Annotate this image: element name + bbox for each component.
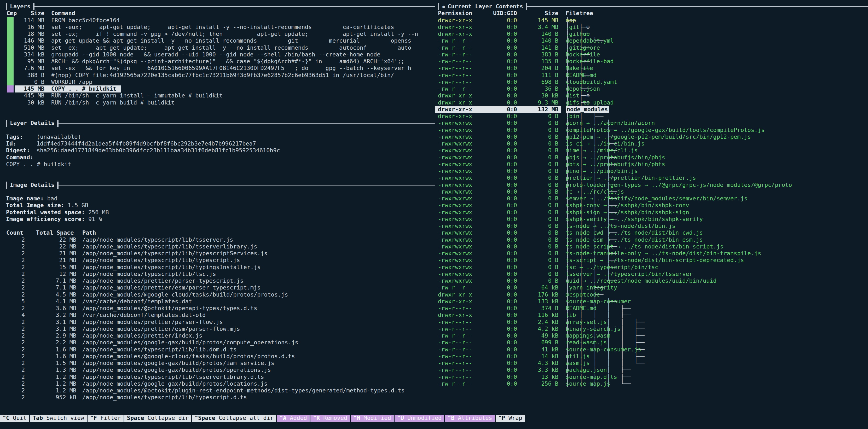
file-count: 2 [6, 360, 25, 367]
wasted-file-row: 43.2 MB/var/cache/debconf/templates.dat-… [0, 312, 868, 319]
pane-active-dot-icon: ● [439, 3, 445, 10]
file-name: README.md [566, 305, 596, 312]
layer-details-header: Layer Details [6, 120, 435, 127]
contents-column-headers: Permission UID:GID Size Filetree [0, 10, 868, 17]
file-name: README.md [566, 72, 596, 79]
statusbar-item-switch-view[interactable]: Tab Switch view [30, 415, 87, 422]
filetree-row[interactable]: -rwxrwxrwx0:00 B│ │ │ ├── rc → ../rc/cli… [0, 188, 868, 195]
file-name: app [566, 17, 576, 24]
file-uid-gid: 0:0 [486, 237, 517, 244]
wasted-file-row: 2952 kB/app/node_modules/typescript/lib/… [0, 394, 868, 401]
file-uid-gid: 0:0 [486, 264, 517, 271]
file-permission: -rw-r--r-- [438, 339, 472, 346]
file-name: uuid → ../request/node_modules/uuid/bin/… [566, 277, 716, 284]
filetree-row[interactable]: -rw-r--r--0:036 B│ ├── depot.json [0, 86, 868, 92]
file-uid-gid: 0:0 [486, 243, 517, 250]
statusbar-item-collapse-all-dir[interactable]: ^Space Collapse all dir [192, 415, 276, 422]
filetree-row[interactable]: -rwxrwxrwx0:00 B│ │ │ ├── ts-node → ../t… [0, 223, 868, 229]
tags-value: (unavailable) [37, 133, 81, 141]
filetree-row[interactable]: -rwxrwxrwx0:00 B│ │ │ ├── compileProtos … [0, 127, 868, 134]
file-count: 2 [6, 374, 25, 381]
filetree-row[interactable]: drwxr-xr-x0:0132 MB│ ├── node_modules [0, 106, 868, 113]
wasted-file-row: 21.2 MB/app/node_modules/typescript/lib/… [0, 374, 868, 381]
image-detail-line: Total Image size: 1.5 GB [6, 202, 88, 209]
shortcut-key: ^F [90, 415, 97, 422]
file-name: pino → ../pino/bin.js [566, 168, 638, 175]
file-name: gifs-to-upload [566, 99, 614, 106]
statusbar-item-unmodified[interactable]: ^U Unmodified [395, 415, 444, 422]
file-permission: -rw-r--r-- [438, 79, 472, 86]
file-path: /app/node_modules/typescript/lib/tsserve… [82, 243, 257, 250]
file-size: 176 kB [523, 291, 558, 298]
file-size: 0 B [523, 195, 558, 202]
file-size: 0 B [523, 140, 558, 147]
file-size: 0 B [523, 223, 558, 229]
file-name: prettier → ../prettier/bin-prettier.js [566, 175, 696, 182]
file-permission: -rw-r--r-- [438, 44, 472, 52]
file-uid-gid: 0:0 [486, 291, 517, 298]
filetree-row[interactable]: -rw-r--r--0:0698 B│ ├── cloudbuild.yaml [0, 79, 868, 86]
file-size: 2.4 kB [523, 319, 558, 326]
file-permission: -rwxrwxrwx [438, 223, 472, 229]
statusbar-item-collapse-dir[interactable]: Space Collapse dir [124, 415, 191, 422]
file-permission: -rw-r--r-- [438, 353, 472, 360]
file-total-space: 15 MB [29, 264, 76, 271]
file-size: 0 B [523, 229, 558, 237]
border-line [527, 6, 868, 7]
column-header-uid-gid: UID:GID [486, 10, 517, 17]
statusbar-item-attributes[interactable]: ^B Attributes [445, 415, 495, 422]
cmp-indicator [7, 24, 13, 31]
cmp-indicator [7, 79, 13, 86]
statusbar-item-wrap[interactable]: ^P Wrap [496, 415, 525, 422]
border-line [59, 185, 435, 185]
shortcut-key: ^U [397, 415, 404, 422]
file-uid-gid: 0:0 [486, 298, 517, 305]
file-name: tsc → ../typescript/bin/tsc [566, 264, 658, 271]
file-uid-gid: 0:0 [486, 209, 517, 216]
file-permission: -rwxrwxrwx [438, 133, 472, 141]
statusbar-item-quit[interactable]: ^C Quit [0, 415, 29, 422]
file-permission: -rwxrwxrwx [438, 209, 472, 216]
id-label: Id: [6, 140, 16, 147]
file-path: /app/node_modules/google-gax/build/proto… [82, 339, 299, 346]
file-path: /app/node_modules/prettier/index.js [82, 332, 202, 339]
shortcut-label: Attributes [454, 415, 492, 422]
statusbar-item-filter[interactable]: ^F Filter [88, 415, 124, 422]
file-size: 49 kB [523, 332, 558, 339]
filetree-row[interactable]: drwxr-xr-x0:0145 MB├── app [0, 17, 868, 24]
wasted-file-row: 23.1 MB/app/node_modules/prettier/parser… [0, 319, 868, 326]
file-uid-gid: 0:0 [486, 127, 517, 134]
shortcut-key: ^A [280, 415, 286, 422]
filetree-row[interactable]: -rwxrwxrwx0:00 B│ │ │ ├── prettier → ../… [0, 175, 868, 182]
file-name: mime → ../mime/cli.js [566, 147, 638, 154]
statusbar-item-removed[interactable]: ^R Removed [310, 415, 350, 422]
statusbar-item-added[interactable]: ^A Added [277, 415, 310, 422]
statusbar-item-modified[interactable]: ^M Modified [351, 415, 394, 422]
file-size: 116 kB [523, 312, 558, 319]
file-uid-gid: 0:0 [486, 353, 517, 360]
file-total-space: 1.6 MB [29, 346, 76, 353]
layer-command: set -ex; apt-get update; apt-get install… [51, 44, 411, 52]
layer-command: apt-get update && apt-get install -y --n… [51, 37, 411, 44]
layer-size: 145 MB [14, 86, 44, 92]
layer-command-value-row: COPY . . # buildkit [0, 161, 868, 168]
file-total-space: 2.9 MB [29, 332, 76, 339]
filetree-row[interactable]: -rwxrwxrwx0:00 B│ │ │ ├── pino → ../pino… [0, 168, 868, 175]
file-path: /app/node_modules/prettier/parser-flow.j… [82, 319, 223, 326]
file-uid-gid: 0:0 [486, 182, 517, 189]
file-uid-gid: 0:0 [486, 133, 517, 141]
file-path: /app/node_modules/google-gax/build/proto… [82, 360, 274, 367]
file-permission: -rwxrwxrwx [438, 182, 472, 189]
file-permission: -rw-r--r-- [438, 360, 472, 367]
file-total-space: 21 MB [29, 250, 76, 257]
file-permission: drwxr-xr-x [438, 99, 472, 106]
file-uid-gid: 0:0 [486, 17, 517, 24]
file-size: 140 B [523, 31, 558, 38]
file-uid-gid: 0:0 [486, 312, 517, 319]
file-name: source-map.js [566, 380, 610, 388]
shortcut-label: Modified [360, 415, 391, 422]
image-detail-label: Image name: [6, 195, 43, 202]
file-count: 2 [6, 264, 25, 271]
filetree-row[interactable]: drwxr-xr-x0:00 B│ │ ├── .bin [0, 113, 868, 120]
file-size: 0 B [523, 250, 558, 257]
